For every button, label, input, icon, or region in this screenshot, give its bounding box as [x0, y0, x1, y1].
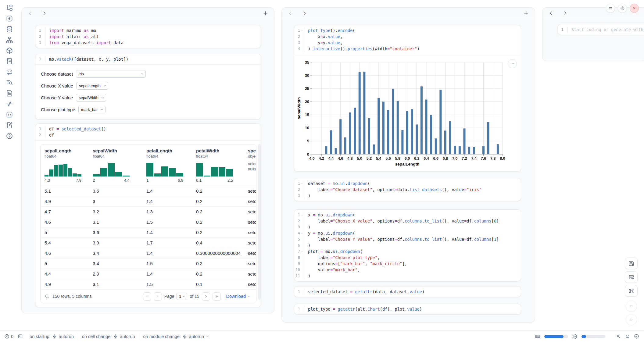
code-editor[interactable]: 1mo.vstack([dataset, x, y, plot]): [35, 54, 261, 64]
code-line[interactable]: 10 value="mark_bar",: [294, 267, 521, 273]
table-row[interactable]: 4.931.40.2setos: [41, 196, 256, 206]
shortcuts-button[interactable]: [625, 285, 638, 297]
code-line[interactable]: 1selected_dataset = getattr(data, datase…: [294, 289, 521, 295]
code-line[interactable]: 4).interactive().properties(width="conta…: [294, 46, 521, 52]
next-page-button[interactable]: [202, 292, 210, 301]
code-editor[interactable]: 1selected_dataset = getattr(data, datase…: [294, 287, 521, 297]
cell-dataframe[interactable]: 1df = selected_dataset()2df sepalLengthf…: [35, 123, 261, 307]
fold-chevron-icon[interactable]: [300, 212, 304, 218]
table-search-button[interactable]: [45, 294, 49, 299]
sidebar-function-button[interactable]: [6, 15, 13, 22]
stop-button[interactable]: [626, 301, 637, 312]
choose-y-value-select[interactable]: sepalWidth: [76, 94, 106, 102]
code-line[interactable]: 3from vega_datasets import data: [35, 40, 261, 46]
chart-actions-button[interactable]: [508, 59, 517, 68]
sidebar-file-tree-button[interactable]: [6, 4, 13, 12]
code-line[interactable]: 6): [294, 242, 521, 248]
code-line[interactable]: 1x = mo.ui.dropdown(: [294, 212, 521, 218]
column-next-button[interactable]: [562, 10, 568, 16]
table-row[interactable]: 53.61.40.2setos: [41, 227, 256, 237]
code-line[interactable]: 3): [294, 193, 521, 199]
code-line[interactable]: 1plot_type().encode(: [294, 27, 521, 34]
empty-cell[interactable]: 1 Start coding or generate with AI: [557, 24, 644, 35]
altair-bar-chart[interactable]: 4.04.24.44.64.85.05.25.45.65.86.06.26.46…: [294, 54, 521, 171]
sidebar-help-button[interactable]: [6, 132, 13, 140]
column-prev-button[interactable]: [288, 10, 293, 16]
table-row[interactable]: 4.42.91.40.2setos: [41, 269, 256, 279]
code-line[interactable]: 2df: [35, 132, 261, 138]
page-select[interactable]: 1: [177, 293, 187, 300]
code-line[interactable]: 2import altair as alt: [35, 34, 261, 40]
column-next-button[interactable]: [41, 10, 47, 16]
add-column-button[interactable]: [263, 10, 268, 16]
code-line[interactable]: 3): [294, 224, 521, 230]
cell-xy-plot-dropdowns[interactable]: 1x = mo.ui.dropdown(2 label="Choose X va…: [294, 209, 521, 281]
code-line[interactable]: 1df = selected_dataset(): [35, 126, 261, 132]
column-prev-button[interactable]: [27, 10, 33, 16]
code-line[interactable]: 11): [294, 273, 521, 279]
connection-status-button[interactable]: [634, 334, 639, 339]
table-row[interactable]: 4.73.21.30.2setos: [41, 206, 256, 217]
close-button[interactable]: [630, 4, 639, 13]
code-line[interactable]: 1plot_type = getattr(alt.Chart(df), plot…: [294, 306, 521, 312]
code-line[interactable]: 2 label="Choose X value", options=df.col…: [294, 218, 521, 224]
sidebar-notebook-button[interactable]: [6, 122, 13, 129]
fold-chevron-icon[interactable]: [300, 180, 304, 187]
code-editor[interactable]: 1plot_type = getattr(alt.Chart(df), plot…: [294, 304, 521, 314]
last-page-button[interactable]: [213, 292, 221, 301]
layout-toggle-button[interactable]: [625, 271, 638, 283]
table-scrollbar[interactable]: [258, 144, 261, 300]
cell-chart[interactable]: 1plot_type().encode(2 x=x.value,3 y=y.va…: [294, 25, 521, 172]
table-row[interactable]: 5.13.51.40.2setos: [41, 186, 256, 196]
choose-dataset-select[interactable]: iris: [76, 70, 146, 78]
sidebar-database-button[interactable]: [6, 26, 13, 33]
errors-indicator[interactable]: 0: [4, 334, 13, 339]
code-editor[interactable]: 1dataset = mo.ui.dropdown(2 label="Choos…: [294, 178, 521, 201]
on-module-change-setting[interactable]: on module change: autorun: [143, 334, 210, 339]
run-button[interactable]: [626, 314, 637, 325]
table-row[interactable]: 4.63.11.50.2setos: [41, 217, 256, 227]
ai-assist-button[interactable]: [616, 334, 621, 339]
sidebar-tracing-button[interactable]: [6, 100, 13, 108]
fold-chevron-icon[interactable]: [300, 230, 304, 236]
code-line[interactable]: 1mo.vstack([dataset, x, y, plot]): [35, 56, 261, 62]
sidebar-documentation-button[interactable]: [6, 90, 13, 97]
code-editor[interactable]: 1x = mo.ui.dropdown(2 label="Choose X va…: [294, 210, 521, 281]
column-header-sepalLength[interactable]: sepalLengthfloat644.37.9: [45, 148, 93, 183]
table-row[interactable]: 4.63.41.40.3000000000000004setos: [41, 248, 256, 258]
code-line[interactable]: 8 label="Choose plot type",: [294, 255, 521, 261]
prev-page-button[interactable]: [154, 292, 162, 301]
cell-selected-dataset[interactable]: 1selected_dataset = getattr(data, datase…: [294, 286, 521, 297]
sidebar-snippets-button[interactable]: [6, 111, 13, 118]
column-prev-button[interactable]: [548, 10, 554, 16]
code-line[interactable]: 7plot = mo.ui.dropdown(: [294, 248, 521, 255]
sidebar-packages-button[interactable]: [6, 47, 13, 54]
on-cell-change-setting[interactable]: on cell change: autorun: [82, 334, 135, 339]
code-line[interactable]: 2 label="Choose dataset", options=data.l…: [294, 187, 521, 193]
table-row[interactable]: 4.93.11.50.1setos: [41, 279, 256, 289]
column-header-petalWidth[interactable]: petalWidthfloat640.12.5: [196, 148, 248, 183]
column-header-speci[interactable]: speciobjecuniqunulls:: [248, 148, 256, 183]
column-header-sepalWidth[interactable]: sepalWidthfloat6424.4: [93, 148, 146, 183]
cell-placeholder[interactable]: Start coding or generate with AI: [567, 27, 644, 33]
sidebar-logs-button[interactable]: [6, 79, 13, 86]
column-header-petalLength[interactable]: petalLengthfloat6416.9: [146, 148, 196, 183]
code-line[interactable]: 1import marimo as mo: [35, 27, 261, 34]
code-line[interactable]: 9 options=["mark_bar", "mark_circle"],: [294, 261, 521, 267]
terminal-button[interactable]: [18, 334, 23, 339]
sidebar-dependencies-button[interactable]: [6, 36, 13, 44]
table-row[interactable]: 53.41.50.2setos: [41, 258, 256, 269]
sidebar-chat-button[interactable]: [6, 68, 13, 76]
add-column-button[interactable]: [523, 10, 529, 16]
on-startup-setting[interactable]: on startup: autorun: [30, 334, 74, 339]
cell-imports[interactable]: 1import marimo as mo2import altair as al…: [35, 25, 261, 48]
table-row[interactable]: 5.43.91.70.4setos: [41, 237, 256, 248]
cell-dataset-dropdown[interactable]: 1dataset = mo.ui.dropdown(2 label="Choos…: [294, 178, 521, 201]
cell-plot-type[interactable]: 1plot_type = getattr(alt.Chart(df), plot…: [294, 304, 521, 315]
sidebar-scratchpad-button[interactable]: [6, 58, 13, 65]
code-editor[interactable]: 1df = selected_dataset()2df: [35, 124, 261, 140]
cell-ui-stack[interactable]: 1mo.vstack([dataset, x, y, plot]) Choose…: [35, 54, 261, 119]
save-button[interactable]: [625, 258, 638, 269]
code-line[interactable]: 5 label="Choose Y value", options=df.col…: [294, 236, 521, 242]
menu-button[interactable]: [606, 4, 615, 13]
